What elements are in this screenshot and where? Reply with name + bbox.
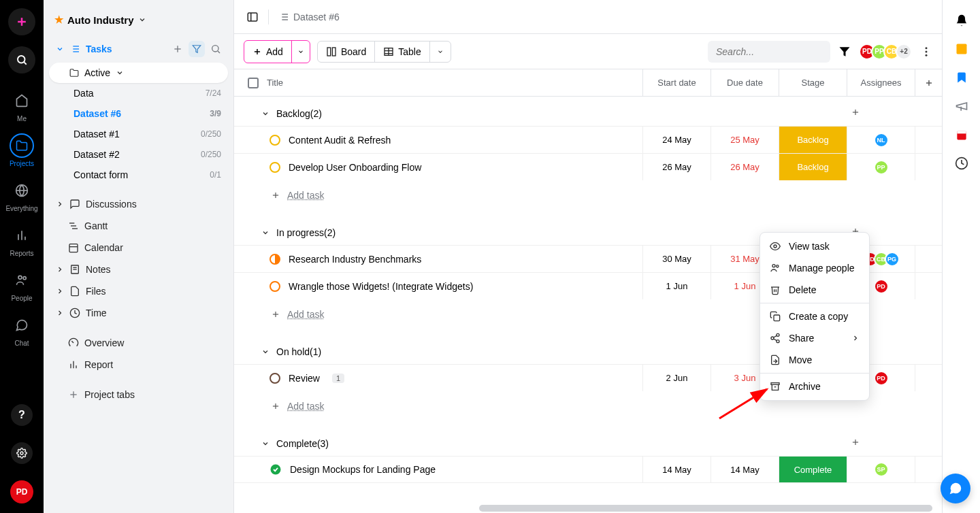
- table-row[interactable]: Design Mockups for Landing Page 14 May 1…: [234, 456, 942, 483]
- filter-chip[interactable]: [189, 41, 205, 57]
- assignee-avatars[interactable]: PDPPCB+2: [859, 44, 912, 60]
- select-all-checkbox[interactable]: [248, 78, 259, 88]
- help-button[interactable]: ?: [11, 404, 33, 426]
- avatar[interactable]: NL: [874, 133, 889, 148]
- group-header[interactable]: Backlog(2): [234, 97, 942, 126]
- chat-fab[interactable]: [941, 474, 970, 503]
- sidebar-files[interactable]: Files: [49, 280, 228, 302]
- global-search-button[interactable]: [8, 46, 35, 73]
- current-user-avatar[interactable]: PD: [10, 480, 33, 503]
- trash-icon: [770, 284, 781, 295]
- view-table-tab[interactable]: Table: [374, 42, 429, 62]
- megaphone-icon[interactable]: [955, 99, 968, 113]
- sidebar-notes[interactable]: Notes: [49, 259, 228, 280]
- nav-projects[interactable]: Projects: [0, 129, 44, 171]
- col-title[interactable]: Title: [267, 78, 283, 88]
- ctx-manage-people[interactable]: Manage people: [760, 257, 869, 279]
- col-start[interactable]: Start date: [642, 69, 710, 96]
- cell-stage[interactable]: Backlog: [779, 127, 847, 153]
- history-icon[interactable]: [955, 156, 968, 170]
- kebab-icon[interactable]: [920, 46, 932, 58]
- cell-due[interactable]: 26 May: [710, 154, 779, 180]
- sidebar-item-dataset2[interactable]: Dataset #2 0/250: [49, 144, 228, 165]
- group-header[interactable]: Complete(3): [234, 427, 942, 456]
- filter-icon[interactable]: [838, 46, 851, 58]
- avatar[interactable]: PP: [874, 160, 889, 175]
- bookmark-icon[interactable]: [955, 71, 968, 84]
- chevron-right-icon: [56, 309, 64, 317]
- ctx-move[interactable]: Move: [760, 349, 869, 371]
- global-add-button[interactable]: [8, 8, 35, 35]
- cell-assignees[interactable]: SP: [847, 457, 915, 482]
- avatar-more[interactable]: +2: [896, 44, 912, 60]
- group-add-icon[interactable]: [851, 437, 928, 449]
- tasks-label: Tasks: [86, 44, 112, 54]
- calendar-badge-icon[interactable]: [955, 128, 968, 142]
- cell-assignees[interactable]: PP: [847, 154, 915, 180]
- ctx-delete[interactable]: Delete: [760, 279, 869, 301]
- nav-reports[interactable]: Reports: [0, 219, 44, 261]
- nav-me[interactable]: Me: [0, 84, 44, 127]
- sidebar-time[interactable]: Time: [49, 302, 228, 324]
- sidebar-item-dataset1[interactable]: Dataset #1 0/250: [49, 124, 228, 144]
- sidebar-item-contact[interactable]: Contact form 0/1: [49, 165, 228, 185]
- svg-line-22: [218, 51, 220, 53]
- sidebar-gantt[interactable]: Gantt: [49, 215, 228, 237]
- ctx-share[interactable]: Share: [760, 327, 869, 349]
- sidebar-item-data[interactable]: Data 7/24: [49, 83, 228, 103]
- people-icon: [770, 263, 781, 274]
- project-selector[interactable]: ★ Auto Industry: [49, 11, 228, 35]
- plus-icon[interactable]: [172, 44, 183, 54]
- add-task-button[interactable]: Add task: [234, 180, 942, 216]
- search-icon[interactable]: [210, 44, 221, 54]
- avatar[interactable]: PD: [874, 371, 889, 386]
- horizontal-scrollbar[interactable]: [479, 505, 932, 512]
- nav-chat[interactable]: Chat: [0, 309, 44, 351]
- sidebar-calendar[interactable]: Calendar: [49, 237, 228, 259]
- sidebar-discussions[interactable]: Discussions: [49, 193, 228, 215]
- sidebar-project-tabs[interactable]: Project tabs: [49, 384, 228, 406]
- ctx-copy[interactable]: Create a copy: [760, 305, 869, 327]
- view-more-tab[interactable]: [429, 42, 451, 62]
- avatar[interactable]: SP: [874, 462, 889, 477]
- table-row[interactable]: Develop User Onboarding Flow 26 May 26 M…: [234, 153, 942, 180]
- add-button[interactable]: Add: [244, 40, 310, 63]
- col-stage[interactable]: Stage: [779, 69, 847, 96]
- bell-icon[interactable]: [955, 14, 968, 27]
- cell-start[interactable]: 1 Jun: [642, 273, 710, 299]
- view-board-tab[interactable]: Board: [318, 42, 374, 62]
- cell-start[interactable]: 30 May: [642, 246, 710, 272]
- breadcrumb[interactable]: Dataset #6: [278, 12, 340, 22]
- cell-stage[interactable]: Backlog: [779, 154, 847, 180]
- sidebar-report[interactable]: Report: [49, 354, 228, 376]
- sidebar-tasks[interactable]: Tasks: [49, 35, 228, 63]
- avatar[interactable]: PG: [885, 252, 900, 267]
- nav-everything[interactable]: Everything: [0, 174, 44, 216]
- panel-toggle-icon[interactable]: [246, 11, 259, 23]
- sticky-note-icon[interactable]: [955, 42, 968, 56]
- cell-start[interactable]: 26 May: [642, 154, 710, 180]
- col-assignees[interactable]: Assignees: [847, 69, 915, 96]
- avatar[interactable]: PD: [874, 279, 889, 294]
- sidebar-overview[interactable]: Overview: [49, 332, 228, 354]
- cell-due[interactable]: 14 May: [710, 457, 779, 482]
- sidebar-item-dataset6[interactable]: Dataset #6 3/9: [49, 103, 228, 124]
- cell-start[interactable]: 14 May: [642, 457, 710, 482]
- col-due[interactable]: Due date: [710, 69, 779, 96]
- cell-assignees[interactable]: NL: [847, 127, 915, 153]
- cell-stage[interactable]: Complete: [779, 457, 847, 482]
- cell-start[interactable]: 2 Jun: [642, 365, 710, 391]
- cell-start[interactable]: 24 May: [642, 127, 710, 153]
- settings-button[interactable]: [11, 442, 33, 464]
- search-input[interactable]: [708, 41, 830, 63]
- add-dropdown-caret[interactable]: [291, 40, 310, 63]
- cell-due[interactable]: 25 May: [710, 127, 779, 153]
- nav-people[interactable]: People: [0, 264, 44, 306]
- group-add-icon[interactable]: [851, 107, 928, 119]
- sidebar-item-label: Contact form: [74, 169, 128, 180]
- col-add[interactable]: [915, 69, 942, 96]
- ctx-archive[interactable]: Archive: [760, 376, 869, 397]
- sidebar-active-group[interactable]: Active: [49, 63, 228, 83]
- table-row[interactable]: Content Audit & Refresh 24 May 25 May Ba…: [234, 126, 942, 153]
- ctx-view-task[interactable]: View task: [760, 235, 869, 257]
